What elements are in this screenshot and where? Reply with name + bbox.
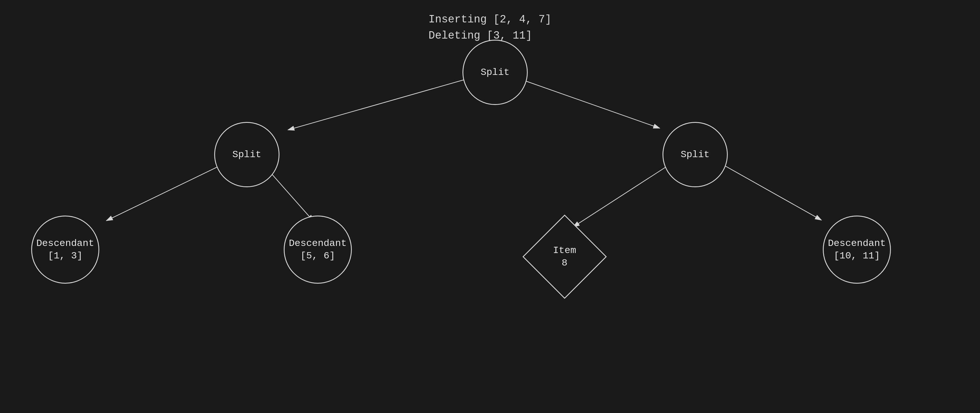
node-mid-left-label: Split bbox=[232, 148, 261, 161]
node-leaf-3-label: Item8 bbox=[553, 244, 576, 269]
node-leaf-4-label: Descendant[10, 11] bbox=[828, 237, 886, 262]
node-leaf-1-label: Descendant[1, 3] bbox=[36, 237, 94, 262]
node-leaf-4: Descendant[10, 11] bbox=[823, 216, 891, 284]
info-text: Inserting [2, 4, 7] Deleting [3, 11] bbox=[428, 11, 551, 44]
main-canvas: Inserting [2, 4, 7] Deleting [3, 11] Spl… bbox=[0, 0, 980, 413]
node-mid-left: Split bbox=[214, 122, 280, 187]
svg-line-1 bbox=[288, 74, 485, 130]
node-root: Split bbox=[463, 40, 528, 105]
node-root-label: Split bbox=[480, 66, 509, 79]
node-mid-right: Split bbox=[662, 122, 728, 187]
node-leaf-3: Item8 bbox=[523, 215, 607, 299]
node-leaf-2: Descendant[5, 6] bbox=[284, 216, 352, 284]
node-mid-right-label: Split bbox=[681, 148, 710, 161]
node-leaf-2-label: Descendant[5, 6] bbox=[289, 237, 347, 262]
node-leaf-1: Descendant[1, 3] bbox=[31, 216, 99, 284]
svg-line-2 bbox=[505, 74, 660, 128]
insert-text: Inserting [2, 4, 7] bbox=[428, 11, 551, 27]
